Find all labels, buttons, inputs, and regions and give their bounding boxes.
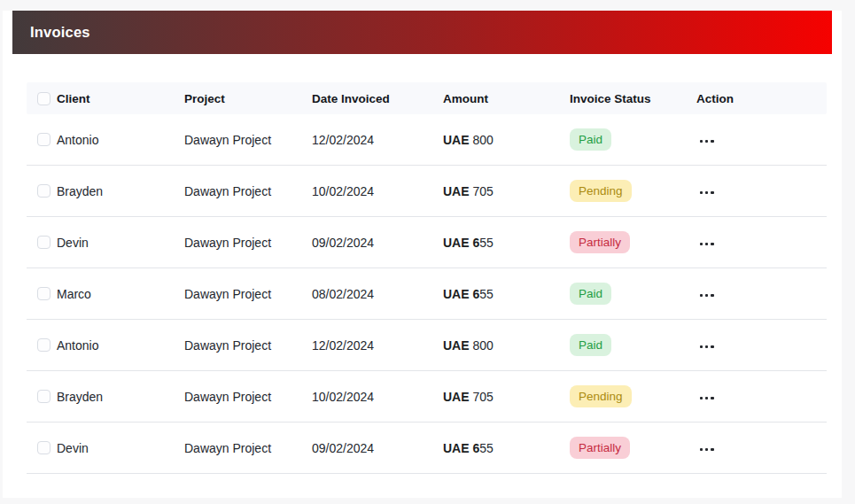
amount-value: 55 <box>479 441 494 455</box>
amount-value: 800 <box>470 338 494 353</box>
select-all-checkbox[interactable] <box>37 92 51 105</box>
action-cell <box>696 131 827 148</box>
row-checkbox[interactable] <box>37 287 51 300</box>
amount-currency: UAE 6 <box>443 236 479 250</box>
amount-currency: UAE <box>443 133 470 147</box>
invoices-header-bar: Invoices <box>12 11 832 54</box>
amount-cell: UAE 705 <box>443 390 570 404</box>
table-row: Brayden Dawayn Project 10/02/2024 UAE 70… <box>27 166 827 217</box>
row-select-cell <box>27 338 57 352</box>
row-select-cell <box>27 441 57 454</box>
row-actions-button[interactable] <box>696 392 718 405</box>
amount-value: 55 <box>479 287 494 301</box>
row-actions-button[interactable] <box>696 237 718 251</box>
more-options-ellipsis-icon <box>700 448 714 451</box>
row-actions-button[interactable] <box>696 186 718 199</box>
status-badge: Partially <box>570 437 630 460</box>
amount-value: 800 <box>470 133 494 147</box>
action-cell <box>696 234 827 251</box>
more-options-ellipsis-icon <box>700 191 714 194</box>
project-cell: Dawayn Project <box>184 390 312 404</box>
status-badge: Paid <box>570 128 611 151</box>
table-row: Brayden Dawayn Project 10/02/2024 UAE 70… <box>27 371 827 423</box>
row-checkbox[interactable] <box>37 441 51 454</box>
table-row: Devin Dawayn Project 09/02/2024 UAE 655 … <box>27 423 827 474</box>
page-title: Invoices <box>12 24 90 41</box>
status-cell: Pending <box>570 180 696 203</box>
action-cell <box>696 285 827 302</box>
status-cell: Paid <box>570 334 696 357</box>
row-checkbox[interactable] <box>37 133 51 146</box>
column-header-date-invoiced: Date Invoiced <box>312 92 443 105</box>
client-cell: Brayden <box>57 184 184 198</box>
status-badge: Pending <box>570 385 632 408</box>
amount-currency: UAE <box>443 338 470 353</box>
project-cell: Dawayn Project <box>184 441 312 455</box>
action-cell <box>696 337 827 353</box>
table-body: Antonio Dawayn Project 12/02/2024 UAE 80… <box>27 114 827 474</box>
status-badge: Paid <box>570 334 611 357</box>
row-select-cell <box>27 390 57 403</box>
invoices-card: Invoices Client Project Date Invoiced Am… <box>3 11 842 498</box>
invoices-table: Client Project Date Invoiced Amount Invo… <box>27 82 827 474</box>
more-options-ellipsis-icon <box>700 294 714 297</box>
row-select-cell <box>27 133 57 146</box>
row-actions-button[interactable] <box>696 135 718 148</box>
table-row: Antonio Dawayn Project 12/02/2024 UAE 80… <box>27 114 827 166</box>
row-actions-button[interactable] <box>696 340 718 353</box>
amount-cell: UAE 655 <box>443 236 570 250</box>
action-cell <box>696 182 827 199</box>
status-cell: Paid <box>570 283 696 306</box>
page-background: Invoices Client Project Date Invoiced Am… <box>0 11 855 504</box>
row-actions-button[interactable] <box>696 289 718 302</box>
column-header-project: Project <box>184 92 312 105</box>
amount-currency: UAE <box>443 184 470 198</box>
row-checkbox[interactable] <box>37 236 51 249</box>
amount-value: 705 <box>470 184 494 198</box>
project-cell: Dawayn Project <box>184 236 312 250</box>
row-select-cell <box>27 184 57 198</box>
amount-value: 55 <box>479 236 494 250</box>
row-actions-button[interactable] <box>696 443 718 456</box>
date-invoiced-cell: 09/02/2024 <box>312 236 443 250</box>
row-checkbox[interactable] <box>37 390 51 403</box>
status-cell: Paid <box>570 128 696 151</box>
project-cell: Dawayn Project <box>184 133 312 147</box>
status-badge: Paid <box>570 283 611 306</box>
row-select-cell <box>27 287 57 300</box>
amount-currency: UAE <box>443 390 470 404</box>
column-header-action: Action <box>696 92 827 105</box>
column-header-client: Client <box>57 92 184 105</box>
date-invoiced-cell: 10/02/2024 <box>312 184 443 198</box>
status-cell: Pending <box>570 385 696 408</box>
more-options-ellipsis-icon <box>700 397 714 399</box>
row-checkbox[interactable] <box>37 184 51 198</box>
amount-cell: UAE 655 <box>443 441 570 455</box>
project-cell: Dawayn Project <box>184 184 312 198</box>
action-cell <box>696 439 827 456</box>
amount-currency: UAE 6 <box>443 441 479 455</box>
status-badge: Pending <box>570 180 632 203</box>
date-invoiced-cell: 10/02/2024 <box>312 390 443 404</box>
more-options-ellipsis-icon <box>700 243 714 245</box>
client-cell: Brayden <box>57 390 184 404</box>
table-header-row: Client Project Date Invoiced Amount Invo… <box>27 82 827 114</box>
project-cell: Dawayn Project <box>184 338 312 353</box>
date-invoiced-cell: 12/02/2024 <box>312 338 443 353</box>
column-header-amount: Amount <box>443 92 570 105</box>
action-cell <box>696 388 827 405</box>
amount-value: 705 <box>470 390 494 404</box>
row-checkbox[interactable] <box>37 338 51 352</box>
amount-cell: UAE 800 <box>443 133 570 147</box>
amount-cell: UAE 705 <box>443 184 570 198</box>
client-cell: Marco <box>57 287 184 301</box>
amount-cell: UAE 655 <box>443 287 570 301</box>
client-cell: Devin <box>57 441 184 455</box>
date-invoiced-cell: 09/02/2024 <box>312 441 443 455</box>
amount-cell: UAE 800 <box>443 338 570 353</box>
date-invoiced-cell: 12/02/2024 <box>312 133 443 147</box>
more-options-ellipsis-icon <box>700 140 714 143</box>
client-cell: Devin <box>57 236 184 250</box>
status-badge: Partially <box>570 231 630 254</box>
amount-currency: UAE 6 <box>443 287 479 301</box>
